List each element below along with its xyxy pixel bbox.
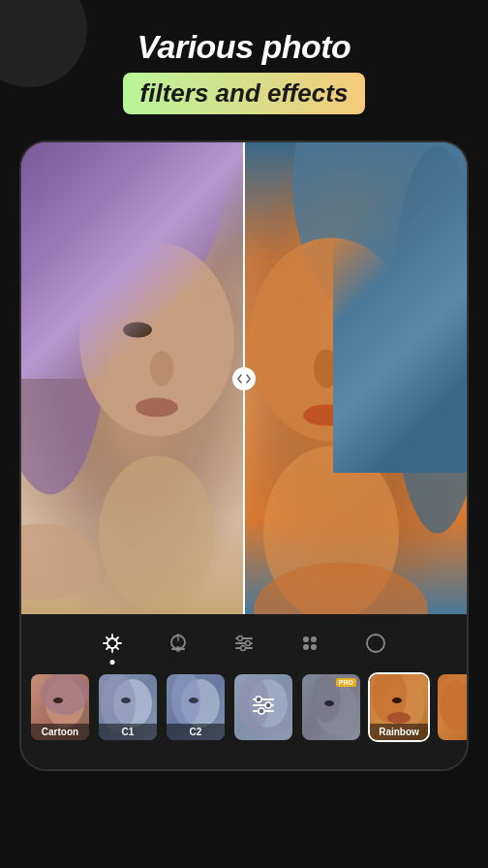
filter-thumb-pro[interactable]: PRO [300,672,362,742]
svg-point-57 [259,708,264,714]
svg-point-12 [335,322,366,339]
svg-point-43 [53,698,63,703]
svg-line-25 [115,637,118,640]
svg-point-36 [303,636,309,642]
svg-point-65 [440,680,467,730]
title-area: Various photo filters and effects [0,29,488,114]
svg-point-7 [99,456,215,611]
title-subtitle-wrapper: filters and effects [123,73,366,114]
filter-tool[interactable] [95,626,130,661]
filter-thumb-adjust[interactable] [232,672,294,742]
photo-comparison[interactable] [21,142,467,614]
svg-point-9 [389,146,467,534]
filter-thumb-c2[interactable]: C2 [165,672,227,742]
vignette-tool[interactable] [358,626,393,661]
svg-point-0 [21,142,225,321]
svg-point-56 [265,702,271,708]
svg-line-24 [115,646,118,649]
filter-row: Cartoon C1 [21,668,467,750]
adjust-tool[interactable] [161,626,196,661]
filter-thumb-extra[interactable] [436,672,467,742]
phone-frame: Cartoon C1 [19,140,469,771]
photo-original [21,142,244,614]
effects-tool[interactable] [292,626,327,661]
svg-point-60 [324,700,334,706]
svg-point-11 [314,350,339,388]
svg-point-4 [123,323,152,338]
svg-point-1 [21,146,108,495]
svg-point-37 [311,636,317,642]
svg-point-13 [303,405,350,426]
filter-label-c1: C1 [99,724,157,740]
filter-thumb-cartoon[interactable]: Cartoon [29,672,91,742]
svg-line-26 [107,646,109,649]
pro-badge: PRO [336,678,356,687]
filter-thumb-c1[interactable]: C1 [97,672,159,742]
tune-tool[interactable] [227,626,261,661]
svg-point-3 [150,352,173,387]
toolbar: Cartoon C1 [21,614,467,769]
svg-point-40 [367,635,384,652]
tools-row [21,614,467,668]
svg-point-6 [21,524,99,602]
filter-label-c2: C2 [167,724,225,740]
divider-handle[interactable] [232,367,256,390]
photo-filtered [244,142,467,614]
svg-point-46 [121,698,131,703]
title-line2: filters and effects [140,78,349,108]
title-line1: Various photo [0,29,488,65]
svg-point-35 [241,646,246,651]
filter-label-rainbow: Rainbow [370,724,428,740]
svg-point-39 [311,644,317,650]
svg-point-55 [256,697,261,702]
svg-point-42 [41,674,89,715]
filter-thumb-rainbow[interactable]: Rainbow [368,672,430,742]
svg-point-34 [246,641,251,646]
filter-label-cartoon: Cartoon [31,724,89,740]
svg-point-33 [238,636,243,641]
svg-point-64 [387,712,411,724]
comparison-divider[interactable] [243,142,245,614]
svg-point-49 [189,698,198,703]
svg-point-63 [392,698,402,703]
svg-point-38 [303,644,309,650]
svg-point-5 [136,398,178,418]
svg-line-23 [107,637,109,640]
